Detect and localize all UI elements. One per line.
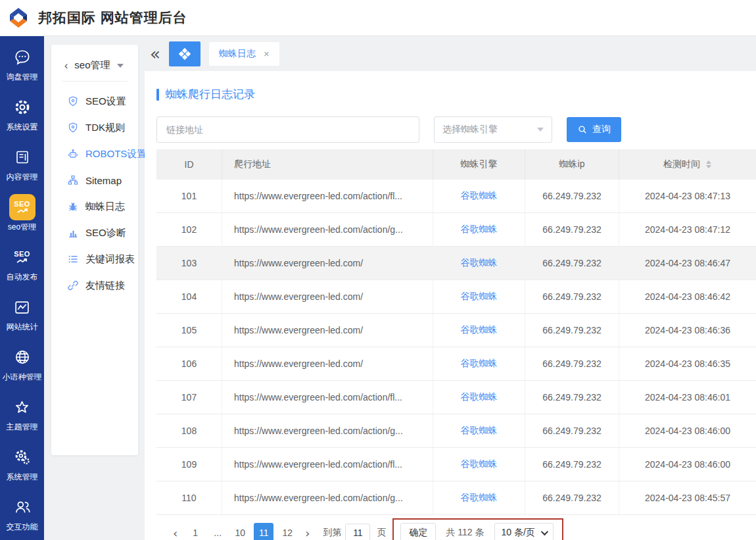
- table-row[interactable]: 109 https://www.evergreen-led.com/action…: [156, 448, 756, 481]
- submenu-item-seo-diagnosis[interactable]: SEO诊断: [51, 220, 138, 246]
- spider-log-table: ID 爬行地址 蜘蛛引擎 蜘蛛ip 检测时间 101 https://www.e…: [156, 149, 756, 515]
- cell-time: 2024-04-23 08:46:01: [619, 381, 756, 414]
- cell-url: https://www.evergreen-led.com/action/fl.…: [222, 180, 433, 212]
- table-header-row: ID 爬行地址 蜘蛛引擎 蜘蛛ip 检测时间: [156, 149, 756, 180]
- engine-link[interactable]: 谷歌蜘蛛: [461, 358, 498, 370]
- engine-link[interactable]: 谷歌蜘蛛: [461, 324, 498, 336]
- sidebar-item-label: 交互功能: [7, 522, 38, 533]
- close-icon[interactable]: ×: [264, 48, 270, 59]
- page-number[interactable]: 1: [187, 523, 204, 540]
- submenu-item-seo-settings[interactable]: SEO设置: [51, 88, 138, 114]
- sort-icon[interactable]: [705, 160, 712, 169]
- cell-time: 2024-04-23 08:46:36: [619, 314, 756, 347]
- page-number[interactable]: ...: [209, 523, 226, 540]
- goto-page-input[interactable]: [345, 524, 370, 540]
- cell-engine: 谷歌蜘蛛: [433, 314, 525, 347]
- sidebar-item-inquiry[interactable]: 询盘管理: [0, 40, 44, 90]
- content-card: 蜘蛛爬行日志记录 选择蜘蛛引擎 查询 ID 爬行地址: [145, 71, 756, 540]
- engine-link[interactable]: 谷歌蜘蛛: [461, 425, 498, 437]
- chevron-right-icon[interactable]: ›: [298, 526, 316, 540]
- dashboard-button[interactable]: [169, 41, 201, 66]
- cell-engine: 谷歌蜘蛛: [433, 213, 525, 246]
- submenu-item-label: Sitemap: [85, 175, 122, 186]
- cell-url: https://www.evergreen-led.com/: [222, 314, 433, 347]
- cell-id: 110: [156, 481, 222, 514]
- cell-id: 108: [156, 414, 222, 447]
- engine-link[interactable]: 谷歌蜘蛛: [461, 224, 498, 235]
- page-size-select[interactable]: 10 条/页: [494, 523, 554, 540]
- submenu-item-label: TDK规则: [85, 122, 125, 134]
- submenu-item-spider-log[interactable]: 蜘蛛日志: [51, 193, 138, 220]
- globe-icon: [14, 347, 31, 367]
- table-row[interactable]: 110 https://www.evergreen-led.com/action…: [156, 481, 756, 515]
- sidebar-item-content[interactable]: 内容管理: [0, 140, 44, 190]
- submenu-item-sitemap[interactable]: Sitemap: [51, 167, 138, 193]
- back-chevron-icon[interactable]: ‹: [64, 60, 68, 72]
- table-row[interactable]: 106 https://www.evergreen-led.com/ 谷歌蜘蛛 …: [156, 347, 756, 381]
- column-header-url[interactable]: 爬行地址: [222, 149, 433, 180]
- cell-engine: 谷歌蜘蛛: [433, 347, 525, 380]
- engine-link[interactable]: 谷歌蜘蛛: [461, 190, 498, 202]
- table-row[interactable]: 103 https://www.evergreen-led.com/ 谷歌蜘蛛 …: [156, 247, 756, 280]
- column-header-engine[interactable]: 蜘蛛引擎: [433, 149, 525, 180]
- spider-icon: [68, 201, 78, 212]
- gears-icon: [14, 447, 31, 467]
- page-number[interactable]: 12: [279, 523, 296, 540]
- cell-time: 2024-04-23 08:46:00: [619, 414, 756, 447]
- sidebar-item-system-admin[interactable]: 系统管理: [0, 440, 44, 490]
- collapse-sidebar-icon[interactable]: «: [150, 45, 160, 62]
- shield-icon: [68, 96, 78, 107]
- engine-link[interactable]: 谷歌蜘蛛: [461, 291, 498, 303]
- tab-bar: « 蜘蛛日志 ×: [138, 36, 756, 71]
- link-address-input[interactable]: [156, 116, 419, 143]
- spider-engine-select[interactable]: 选择蜘蛛引擎: [434, 116, 552, 143]
- page-number[interactable]: 10: [231, 523, 248, 540]
- table-row[interactable]: 105 https://www.evergreen-led.com/ 谷歌蜘蛛 …: [156, 314, 756, 347]
- page-number[interactable]: 11: [254, 523, 273, 540]
- engine-link[interactable]: 谷歌蜘蛛: [461, 391, 498, 403]
- cell-id: 102: [156, 213, 222, 246]
- seo-badge-icon: SEO: [9, 197, 35, 217]
- page-title: 蜘蛛爬行日志记录: [156, 87, 756, 102]
- sidebar-item-label: 网站统计: [7, 322, 38, 333]
- submenu-item-tdk-rules[interactable]: TDK规则: [51, 114, 138, 141]
- sidebar-item-site-stats[interactable]: 网站统计: [0, 290, 44, 340]
- tab-spider-log[interactable]: 蜘蛛日志 ×: [209, 42, 279, 66]
- submenu-item-friend-links[interactable]: 友情链接: [51, 272, 138, 299]
- confirm-button[interactable]: 确定: [400, 523, 436, 540]
- title-accent-bar: [156, 89, 159, 101]
- table-row[interactable]: 102 https://www.evergreen-led.com/action…: [156, 213, 756, 247]
- submenu-item-robots[interactable]: ROBOTS设置: [51, 141, 138, 167]
- sidebar-item-system-settings[interactable]: 系统设置: [0, 90, 44, 140]
- app-title: 邦拓国际 网站管理后台: [38, 9, 187, 27]
- page-unit-label: 页: [377, 527, 386, 539]
- table-row[interactable]: 101 https://www.evergreen-led.com/action…: [156, 180, 756, 213]
- query-button[interactable]: 查询: [567, 117, 621, 142]
- primary-sidebar: 询盘管理 系统设置 内容管理 SEO: [0, 36, 44, 540]
- cell-ip: 66.249.79.232: [525, 381, 619, 414]
- line-chart-icon: [14, 297, 30, 317]
- table-row[interactable]: 104 https://www.evergreen-led.com/ 谷歌蜘蛛 …: [156, 280, 756, 314]
- sidebar-item-seo[interactable]: SEO seo管理: [0, 190, 44, 240]
- submenu-title: seo管理: [74, 59, 110, 72]
- chevron-down-icon: [541, 528, 548, 535]
- column-header-id[interactable]: ID: [156, 149, 222, 180]
- sidebar-item-languages[interactable]: 小语种管理: [0, 340, 44, 390]
- chevron-down-icon[interactable]: [117, 64, 124, 68]
- table-row[interactable]: 107 https://www.evergreen-led.com/action…: [156, 381, 756, 414]
- engine-link[interactable]: 谷歌蜘蛛: [461, 492, 498, 504]
- cell-time: 2024-04-23 08:46:00: [619, 448, 756, 481]
- sidebar-item-themes[interactable]: 主题管理: [0, 390, 44, 440]
- robot-icon: [68, 149, 78, 159]
- column-header-ip[interactable]: 蜘蛛ip: [525, 149, 619, 180]
- document-icon: [14, 147, 30, 167]
- engine-link[interactable]: 谷歌蜘蛛: [461, 257, 498, 269]
- table-row[interactable]: 108 https://www.evergreen-led.com/action…: [156, 414, 756, 448]
- sidebar-item-auto-publish[interactable]: SEO 自动发布: [0, 240, 44, 290]
- column-header-time[interactable]: 检测时间: [619, 149, 756, 180]
- sidebar-item-interaction[interactable]: 交互功能: [0, 490, 44, 540]
- engine-link[interactable]: 谷歌蜘蛛: [461, 458, 498, 470]
- chevron-left-icon[interactable]: ‹: [166, 526, 184, 540]
- pagination-bar: ‹ 1 ... 10 11 12 › 到第 页 确定 共 112 条 10 条/…: [156, 518, 756, 540]
- submenu-item-keyword-report[interactable]: 关键词报表: [51, 246, 138, 272]
